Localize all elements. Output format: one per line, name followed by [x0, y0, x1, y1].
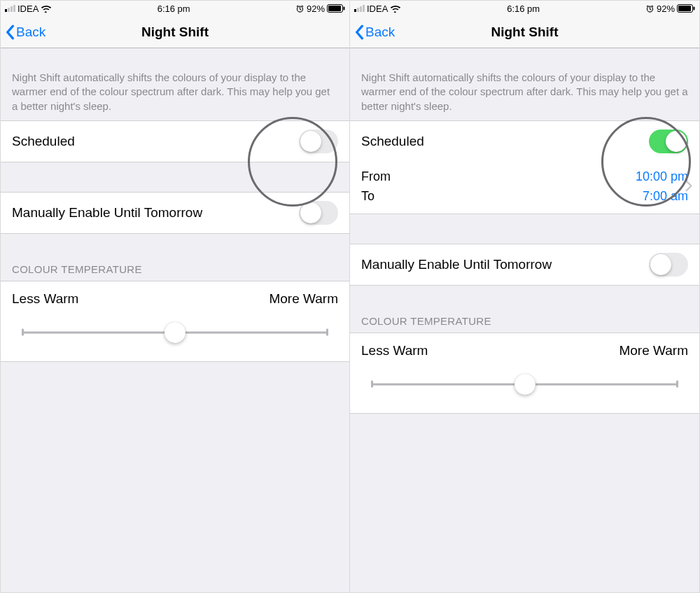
back-button[interactable]: Back [1, 25, 46, 40]
status-bar: IDEA 6:16 pm 92% [350, 1, 699, 16]
manual-toggle[interactable] [299, 201, 338, 225]
manual-label: Manually Enable Until Tomorrow [12, 205, 299, 221]
temp-header: COLOUR TEMPERATURE [1, 263, 349, 281]
back-label: Back [365, 25, 395, 40]
from-label: From [361, 167, 391, 187]
wifi-icon [41, 4, 52, 13]
svg-rect-2 [328, 6, 341, 11]
less-warm-label: Less Warm [361, 343, 428, 358]
more-warm-label: More Warm [619, 343, 688, 358]
section-description: Night Shift automatically shifts the col… [350, 48, 699, 120]
carrier-label: IDEA [367, 4, 388, 14]
temp-slider-cell: Less Warm More Warm [1, 281, 349, 362]
battery-pct: 92% [307, 4, 325, 14]
battery-pct: 92% [657, 4, 675, 14]
signal-icon [5, 5, 15, 12]
battery-icon [677, 4, 695, 13]
temp-header: COLOUR TEMPERATURE [350, 315, 699, 333]
scheduled-row: Scheduled [1, 120, 349, 162]
nav-bar: Back Night Shift [350, 16, 699, 48]
scheduled-toggle[interactable] [649, 130, 688, 153]
manual-row: Manually Enable Until Tomorrow [350, 244, 699, 286]
slider-thumb[interactable] [514, 374, 536, 395]
alarm-icon [295, 4, 304, 13]
svg-rect-6 [678, 6, 691, 11]
to-label: To [361, 187, 374, 207]
status-bar: IDEA 6:16 pm 92% [1, 1, 349, 16]
from-value: 10:00 pm [636, 167, 688, 187]
section-description: Night Shift automatically shifts the col… [1, 48, 349, 120]
wifi-icon [390, 4, 401, 13]
to-value: 7:00 am [643, 187, 688, 207]
chevron-left-icon [354, 25, 364, 40]
less-warm-label: Less Warm [12, 291, 78, 307]
temp-slider-cell: Less Warm More Warm [350, 333, 699, 414]
signal-icon [354, 5, 365, 12]
scheduled-toggle[interactable] [299, 130, 338, 153]
manual-row: Manually Enable Until Tomorrow [1, 192, 349, 234]
carrier-label: IDEA [18, 4, 38, 14]
page-title: Night Shift [1, 25, 349, 40]
screenshot-right: IDEA 6:16 pm 92% Back Night Shift Night … [350, 1, 699, 592]
page-title: Night Shift [350, 25, 699, 40]
svg-rect-7 [693, 7, 694, 11]
svg-rect-3 [343, 7, 344, 11]
clock-label: 6:16 pm [507, 4, 540, 14]
manual-toggle[interactable] [649, 253, 688, 277]
manual-label: Manually Enable Until Tomorrow [361, 257, 649, 272]
back-label: Back [16, 25, 46, 40]
chevron-right-icon [685, 180, 692, 195]
back-button[interactable]: Back [350, 25, 395, 40]
screenshot-left: IDEA 6:16 pm 92% Back Night Shift Night … [1, 1, 350, 592]
scheduled-label: Scheduled [361, 134, 649, 149]
nav-bar: Back Night Shift [1, 16, 349, 48]
more-warm-label: More Warm [269, 291, 338, 307]
chevron-left-icon [5, 25, 15, 40]
temp-slider[interactable] [371, 374, 678, 395]
scheduled-row: Scheduled [350, 120, 699, 162]
scheduled-label: Scheduled [12, 134, 299, 149]
alarm-icon [645, 4, 654, 13]
temp-slider[interactable] [22, 322, 328, 343]
clock-label: 6:16 pm [158, 4, 190, 14]
slider-thumb[interactable] [164, 322, 186, 343]
schedule-times-row[interactable]: From10:00 pm To7:00 am [350, 162, 699, 214]
battery-icon [327, 4, 345, 13]
